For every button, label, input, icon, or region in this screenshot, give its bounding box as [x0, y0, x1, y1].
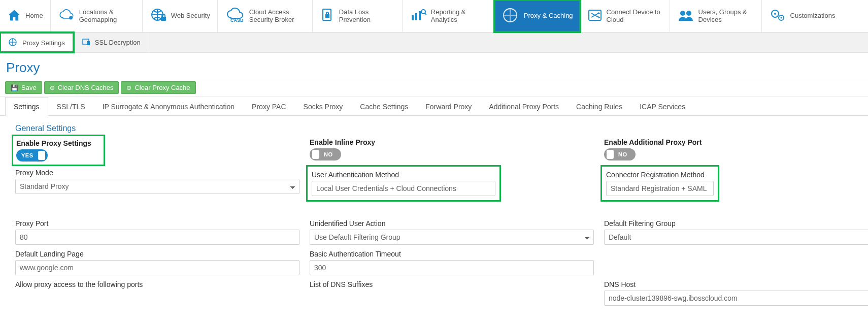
dns-host-label: DNS Host	[604, 280, 868, 288]
subnav-proxy-settings[interactable]: Proxy Settings	[0, 33, 74, 52]
nav-casb[interactable]: CASB Cloud Access Security Broker	[218, 0, 313, 32]
shuffle-icon	[587, 8, 603, 24]
unidentified-action-label: Unidentified User Action	[310, 219, 594, 228]
chart-analytics-icon	[410, 8, 427, 24]
additional-port-toggle-text: NO	[618, 151, 627, 157]
nav-web-security[interactable]: Web Security	[143, 0, 218, 32]
toggle-knob	[607, 150, 614, 159]
nav-home[interactable]: Home	[0, 0, 51, 32]
toggle-knob	[312, 150, 319, 159]
enable-proxy-toggle-text: YES	[21, 152, 34, 158]
nav-locations[interactable]: Locations & Geomapping	[51, 0, 143, 32]
subnav-ssl-decryption-label: SSL Decryption	[95, 39, 141, 46]
svg-point-18	[774, 13, 776, 15]
enable-proxy-toggle[interactable]: YES	[16, 149, 48, 162]
svg-rect-2	[161, 17, 166, 21]
clear-proxy-button-label: Clear Proxy Cache	[135, 84, 190, 91]
proxy-port-label: Proxy Port	[15, 219, 299, 228]
additional-port-block: Enable Additional Proxy Port NO	[604, 138, 868, 164]
tab-settings[interactable]: Settings	[5, 97, 48, 116]
users-icon	[677, 8, 694, 24]
clear-dns-button-label: Clear DNS Caches	[58, 84, 114, 91]
general-settings-grid: Enable Proxy Settings YES Enable Inline …	[0, 136, 868, 316]
basic-auth-timeout-label: Basic Authentication Timeout	[310, 250, 594, 258]
allow-ports-label: Allow proxy access to the following port…	[15, 280, 299, 288]
svg-marker-13	[598, 12, 600, 14]
tab-forward-proxy[interactable]: Forward Proxy	[417, 97, 480, 116]
nav-dlp[interactable]: Data Loss Prevention	[313, 0, 403, 32]
save-button[interactable]: 💾 Save	[5, 81, 42, 94]
tab-ssltls[interactable]: SSL/TLS	[48, 97, 94, 116]
svg-rect-23	[87, 41, 90, 45]
nav-proxy-caching-label: Proxy & Caching	[524, 12, 573, 20]
default-group-input[interactable]	[604, 230, 868, 245]
home-icon	[7, 8, 21, 24]
nav-home-label: Home	[25, 12, 43, 20]
nav-locations-label: Locations & Geomapping	[79, 9, 135, 24]
inline-proxy-toggle[interactable]: NO	[310, 148, 341, 160]
subnav-ssl-decryption[interactable]: SSL Decryption	[74, 33, 149, 52]
connector-reg-block: Connector Registration Method	[604, 169, 716, 198]
save-icon: 💾	[11, 84, 18, 91]
minus-circle-icon: ⊖	[50, 84, 55, 91]
nav-customizations[interactable]: Customizations	[762, 0, 843, 32]
unidentified-action-select[interactable]: Use Default Filtering Group	[310, 230, 594, 245]
landing-page-block: Default Landing Page	[15, 250, 299, 275]
proxy-port-input[interactable]	[15, 230, 299, 245]
default-group-block: Default Filtering Group	[604, 219, 868, 245]
cloud-pin-icon	[58, 8, 75, 24]
nav-connect-device[interactable]: Connect Device to Cloud	[580, 0, 670, 32]
proxy-mode-select[interactable]: Standard Proxy	[15, 179, 299, 194]
subnav-proxy-settings-label: Proxy Settings	[22, 39, 65, 47]
clear-dns-button[interactable]: ⊖ Clear DNS Caches	[44, 81, 119, 94]
inline-proxy-toggle-text: NO	[324, 151, 333, 157]
nav-reporting[interactable]: Reporting & Analytics	[403, 0, 494, 32]
nav-proxy-caching[interactable]: Proxy & Caching	[494, 0, 580, 32]
tab-icap-services[interactable]: ICAP Services	[631, 97, 694, 116]
tab-cache-settings[interactable]: Cache Settings	[351, 97, 417, 116]
nav-users-groups-label: Users, Groups & Devices	[698, 9, 754, 24]
settings-tabs: Settings SSL/TLS IP Surrogate & Anonymou…	[0, 97, 868, 116]
nav-web-security-label: Web Security	[171, 12, 210, 20]
nav-users-groups[interactable]: Users, Groups & Devices	[670, 0, 762, 32]
connector-reg-label: Connector Registration Method	[606, 171, 714, 179]
basic-auth-timeout-input[interactable]	[310, 260, 594, 275]
tab-additional-ports[interactable]: Additional Proxy Ports	[480, 97, 567, 116]
connector-reg-value	[606, 181, 714, 196]
landing-page-label: Default Landing Page	[15, 250, 299, 258]
default-group-label: Default Filtering Group	[604, 219, 868, 228]
nav-connect-device-label: Connect Device to Cloud	[607, 9, 662, 24]
proxy-mode-label: Proxy Mode	[15, 169, 299, 177]
user-auth-label: User Authentication Method	[312, 171, 495, 179]
svg-rect-8	[419, 11, 421, 20]
tab-ip-surrogate[interactable]: IP Surrogate & Anonymous Authentication	[94, 97, 243, 116]
nav-dlp-label: Data Loss Prevention	[339, 9, 395, 24]
sub-nav: Proxy Settings SSL Decryption	[0, 33, 868, 53]
additional-port-label: Enable Additional Proxy Port	[604, 138, 868, 146]
toggle-knob	[38, 151, 45, 160]
save-button-label: Save	[21, 84, 37, 91]
landing-page-input[interactable]	[15, 260, 299, 275]
globe-lock-icon	[150, 8, 167, 24]
dns-host-input[interactable]	[604, 291, 868, 306]
clear-proxy-button[interactable]: ⊖ Clear Proxy Cache	[121, 81, 195, 94]
svg-line-10	[425, 13, 426, 15]
unidentified-action-block: Unidentified User Action Use Default Fil…	[310, 219, 594, 245]
svg-rect-5	[325, 14, 329, 18]
svg-marker-14	[598, 16, 600, 18]
basic-auth-timeout-block: Basic Authentication Timeout	[310, 250, 594, 275]
svg-rect-6	[412, 15, 414, 20]
inline-proxy-block: Enable Inline Proxy NO	[310, 138, 594, 164]
svg-point-15	[680, 11, 685, 16]
tab-caching-rules[interactable]: Caching Rules	[567, 97, 631, 116]
page-title: Proxy	[0, 53, 868, 80]
nav-customizations-label: Customizations	[790, 12, 836, 20]
additional-port-toggle[interactable]: NO	[604, 148, 636, 160]
tab-proxy-pac[interactable]: Proxy PAC	[243, 97, 294, 116]
ssl-decryption-icon	[82, 37, 91, 48]
gears-icon	[769, 8, 786, 24]
globe-refresh-icon	[502, 7, 520, 25]
tab-socks-proxy[interactable]: Socks Proxy	[295, 97, 352, 116]
document-lock-icon	[320, 8, 335, 24]
nav-reporting-label: Reporting & Analytics	[431, 9, 487, 24]
